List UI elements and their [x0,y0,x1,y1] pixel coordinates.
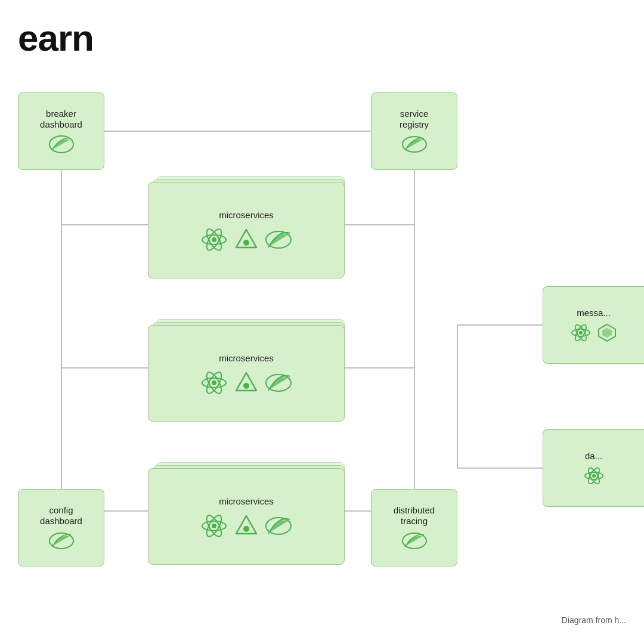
spring-icon-ms3 [265,515,292,537]
page-title: earn [18,17,94,59]
node-data-label: da... [585,451,602,462]
node-config-dashboard: configdashboard [18,489,104,566]
atom-icon-ms2 [200,369,228,397]
spring-leaf-icon-cd [48,530,75,552]
svg-point-16 [579,331,583,335]
atom-icon-ms1 [200,226,228,253]
power-icon-ms1 [233,226,260,253]
power-icon-ms3 [233,512,260,540]
spring-leaf-icon-sr [401,134,428,155]
node-service-registry: serviceregistry [371,92,457,170]
stack-ms3-label: microservices [219,496,274,506]
diagram-credit: Diagram from h... [562,615,626,625]
stack-ms2-icons [200,369,292,397]
atom-icon [570,322,592,343]
stack-microservices-3: microservices [148,462,345,572]
stack-ms3-icons [200,512,292,540]
svg-point-33 [212,380,216,385]
node-messaging: messa... [543,286,644,364]
svg-point-26 [212,237,216,242]
svg-point-40 [212,524,216,528]
spring-leaf-icon-dt [401,530,428,552]
power-icon-ms2 [233,369,260,397]
spring-icon-ms2 [265,371,292,394]
stack-ms1-label: microservices [219,210,274,220]
svg-point-31 [243,240,249,246]
atom-icon-ms3 [200,512,228,540]
spring-icon-ms1 [265,228,292,251]
svg-point-38 [243,383,249,389]
node-config-dashboard-label: configdashboard [40,505,82,527]
node-distributed-tracing-label: distributedtracing [394,505,435,527]
stack-microservices-2: microservices [148,319,345,429]
stack-microservices-1: microservices [148,176,345,286]
svg-point-45 [243,526,249,532]
node-breaker-dashboard-label: breakerdashboard [40,109,82,130]
node-breaker-dashboard: breakerdashboard [18,92,104,170]
stack-ms1-icons [200,226,292,253]
atom-icon-data [583,465,605,487]
data-icons [583,465,605,487]
stack-ms2-label: microservices [219,353,274,363]
node-distributed-tracing: distributedtracing [371,489,457,566]
svg-marker-21 [602,328,612,338]
node-data: da... [543,429,644,507]
node-service-registry-label: serviceregistry [400,109,429,130]
angular-icon [596,322,618,343]
svg-point-22 [592,474,596,478]
node-messaging-label: messa... [577,308,611,318]
spring-leaf-icon [48,134,75,155]
messaging-icons [570,322,618,343]
